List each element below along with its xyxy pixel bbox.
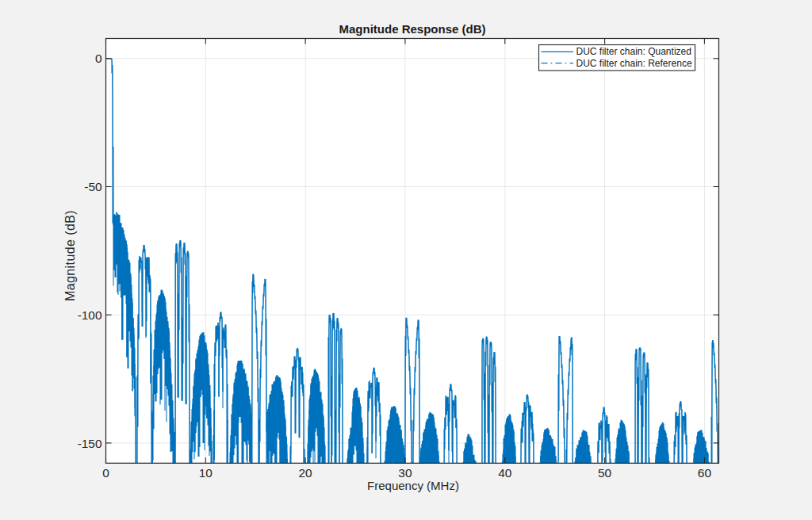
svg-text:Frequency (MHz): Frequency (MHz) xyxy=(367,479,459,492)
svg-text:-150: -150 xyxy=(78,437,102,450)
svg-text:50: 50 xyxy=(598,466,611,480)
svg-text:0: 0 xyxy=(95,52,102,65)
svg-text:DUC filter chain: Quantized: DUC filter chain: Quantized xyxy=(576,46,691,57)
svg-text:30: 30 xyxy=(398,466,412,480)
svg-text:-50: -50 xyxy=(84,180,102,193)
svg-text:60: 60 xyxy=(698,466,711,480)
svg-text:DUC filter chain: Reference: DUC filter chain: Reference xyxy=(576,58,692,69)
svg-text:0: 0 xyxy=(102,466,109,480)
svg-text:Magnitude Response (dB): Magnitude Response (dB) xyxy=(339,22,485,36)
svg-text:10: 10 xyxy=(199,466,213,480)
svg-text:40: 40 xyxy=(498,466,511,480)
svg-text:Magnitude (dB): Magnitude (dB) xyxy=(63,210,77,301)
svg-text:-100: -100 xyxy=(78,308,102,322)
svg-text:20: 20 xyxy=(299,466,312,480)
